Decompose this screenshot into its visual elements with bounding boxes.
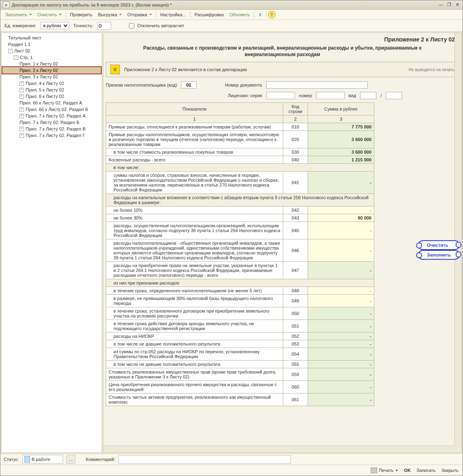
- tree-app-7-a[interactable]: +Прил. 7 к Листу 02. Раздел А: [2, 113, 101, 119]
- tree-app-3[interactable]: Прил. 3 к Листу 02: [2, 74, 101, 80]
- tree-title-page[interactable]: Титульный лист: [2, 35, 101, 41]
- sum-cell[interactable]: 3 600 000: [308, 148, 374, 156]
- tree-app-5[interactable]: +Прил. 5 к Листу 02: [2, 87, 101, 93]
- expand-icon[interactable]: +: [20, 133, 24, 138]
- include-toggle[interactable]: V: [110, 65, 120, 74]
- close-button[interactable]: ✕: [454, 2, 460, 7]
- action-bar: Печать ▼ OK Записать Закрыть: [0, 465, 463, 476]
- sum-cell[interactable]: -: [308, 361, 374, 368]
- table-row: в течение срока, определенного налогопла…: [106, 287, 374, 295]
- comment-input[interactable]: [118, 455, 291, 464]
- indicator-cell: расходы на капитальные вложения в соотве…: [106, 194, 374, 206]
- sum-cell[interactable]: -: [308, 368, 374, 381]
- fill-button[interactable]: Заполнить: [3, 11, 34, 18]
- sum-cell[interactable]: -: [308, 287, 374, 295]
- indicator-cell: в том числе:: [106, 164, 374, 172]
- sum-cell[interactable]: -: [308, 393, 374, 406]
- expand-collapse-icon[interactable]: ⇕: [256, 11, 264, 18]
- code-cell: 041: [283, 172, 308, 194]
- tree-app-6b-b[interactable]: +Прил. 6б к Листу 02. Раздел Б: [2, 106, 101, 113]
- taxpayer-code-input[interactable]: [181, 81, 197, 89]
- expand-icon[interactable]: +: [20, 88, 24, 92]
- help-icon[interactable]: ?: [268, 11, 275, 18]
- sum-cell[interactable]: -: [308, 172, 374, 194]
- check-button[interactable]: Проверить: [68, 11, 95, 18]
- tree-app-2[interactable]: Прил. 2 к Листу 02: [2, 67, 101, 74]
- bubble-fill[interactable]: Заполнить: [418, 250, 460, 260]
- sum-cell[interactable]: -: [308, 262, 374, 279]
- sum-cell[interactable]: 90 000: [308, 214, 374, 222]
- tree-section-1-1[interactable]: Раздел 1.1: [2, 41, 101, 48]
- sum-cell[interactable]: -: [308, 333, 374, 340]
- maximize-button[interactable]: ❐: [446, 2, 452, 7]
- indicator-cell: в течение срока, установленного договоро…: [106, 307, 283, 320]
- sum-cell[interactable]: 1 215 000: [308, 156, 374, 164]
- tree-sheet-02[interactable]: −Лист 02: [2, 48, 101, 54]
- content-pane: Приложение 2 к Листу 02 Расходы, связанн…: [103, 33, 462, 453]
- tree-app-7-b[interactable]: Прил. 7 к Листу 02. Раздел Б: [2, 119, 101, 126]
- vertical-scrollbar[interactable]: [454, 33, 461, 446]
- upload-button[interactable]: Выгрузка: [96, 11, 124, 18]
- expand-icon[interactable]: +: [20, 127, 24, 131]
- indicator-cell: Прямые расходы, относящиеся к реализован…: [106, 123, 283, 131]
- decode-button[interactable]: Расшифровка: [192, 11, 226, 18]
- title-bar: ▦ Декларация по налогу на прибыль за 9 м…: [0, 0, 463, 10]
- print-button[interactable]: Печать ▼: [371, 467, 398, 473]
- tree-page-1[interactable]: −Стр. 1: [2, 54, 101, 61]
- status-choose-button[interactable]: …: [66, 455, 75, 464]
- horizontal-scrollbar[interactable]: [103, 446, 461, 452]
- tree-app-1[interactable]: Прил. 1 к Листу 02: [2, 61, 101, 67]
- close-footer-button[interactable]: Закрыть: [441, 468, 459, 473]
- expand-icon[interactable]: +: [20, 94, 24, 99]
- license-series-input[interactable]: [266, 92, 295, 99]
- sum-cell[interactable]: 3 600 000: [308, 131, 374, 148]
- tree-app-6[interactable]: +Прил. 6 к Листу 02: [2, 93, 101, 100]
- nav-tree[interactable]: Титульный лист Раздел 1.1 −Лист 02 −Стр.…: [1, 33, 102, 453]
- bubble-clear[interactable]: Очистить: [418, 240, 460, 250]
- sum-cell[interactable]: -: [308, 340, 374, 348]
- autocalc-checkbox[interactable]: Отключить авторасчет: [127, 22, 184, 30]
- sum-cell[interactable]: -: [308, 222, 374, 239]
- unit-select[interactable]: в рублях: [40, 22, 69, 29]
- docnum-input[interactable]: [266, 81, 368, 89]
- indicator-cell: расходы на приобретение права на земельн…: [106, 262, 283, 279]
- code-cell: 061: [283, 393, 308, 406]
- ok-button[interactable]: OK: [404, 468, 411, 473]
- table-row: не более 30%04390 000: [106, 214, 374, 222]
- precision-input[interactable]: [97, 22, 111, 30]
- sum-cell[interactable]: -: [308, 320, 374, 333]
- tree-app-7-g[interactable]: +Прил. 7 к Листу 02. Раздел Г: [2, 132, 101, 139]
- tree-app-4[interactable]: +Прил. 4 к Листу 02: [2, 80, 101, 87]
- license-number-input[interactable]: [316, 92, 345, 99]
- collapse-icon[interactable]: −: [8, 49, 13, 53]
- sum-cell[interactable]: 7 775 000: [308, 123, 374, 131]
- tree-app-6b-a[interactable]: Прил. 6б к Листу 02. Раздел А: [2, 100, 101, 106]
- table-row: суммы налогов и сборов, страховых взносо…: [106, 172, 374, 194]
- sum-cell[interactable]: -: [308, 295, 374, 307]
- code-cell: 047: [283, 262, 308, 279]
- expand-icon[interactable]: +: [20, 114, 24, 118]
- setup-button[interactable]: Настройка...: [158, 11, 188, 18]
- license-type-1-input[interactable]: [360, 92, 376, 99]
- save-button[interactable]: Записать: [417, 468, 436, 473]
- sum-cell[interactable]: -: [308, 381, 374, 393]
- status-field[interactable]: В работе: [22, 455, 63, 464]
- collapse-icon[interactable]: −: [14, 55, 18, 60]
- indicator-cell: не более 30%: [106, 214, 283, 222]
- minimize-button[interactable]: —: [438, 2, 444, 7]
- license-type-2-input[interactable]: [386, 92, 402, 99]
- indicator-cell: в том числе не давшие положительного рез…: [106, 361, 283, 368]
- sum-cell[interactable]: -: [308, 239, 374, 262]
- refresh-button[interactable]: Обновить: [227, 11, 252, 18]
- table-row: в течение срока, установленного договоро…: [106, 307, 374, 320]
- options-bar: Ед. измерения: в рублях Точность: Отключ…: [0, 20, 463, 32]
- sum-cell[interactable]: -: [308, 348, 374, 361]
- code-cell: 060: [283, 381, 308, 393]
- clear-button[interactable]: Очистить: [35, 11, 64, 18]
- expand-icon[interactable]: +: [20, 107, 24, 112]
- expand-icon[interactable]: +: [20, 81, 24, 86]
- tree-app-7-v[interactable]: +Прил. 7 к Листу 02. Раздел В: [2, 126, 101, 132]
- sum-cell[interactable]: -: [308, 206, 374, 214]
- send-button[interactable]: Отправка: [125, 11, 154, 18]
- sum-cell[interactable]: -: [308, 307, 374, 320]
